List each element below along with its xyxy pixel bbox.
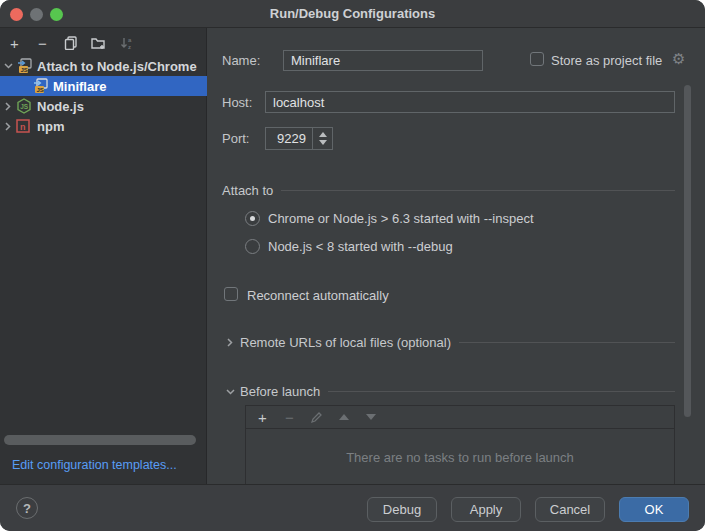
svg-text:JS: JS (20, 103, 29, 110)
port-stepper[interactable] (312, 128, 332, 149)
name-value: Miniflare (291, 53, 340, 68)
attach-node-icon: JS (32, 78, 49, 94)
section-divider (281, 190, 675, 191)
configurations-tree: JS Attach to Node.js/Chrome JS Miniflare… (0, 56, 207, 136)
host-input[interactable]: localhost (265, 91, 675, 113)
radio-selected-icon[interactable] (245, 211, 260, 226)
configurations-sidebar: + − az JS Attach to Node.js/Chrome (0, 28, 207, 484)
tree-item-attach-to-nodejs-chrome[interactable]: JS Attach to Node.js/Chrome (0, 56, 207, 76)
new-folder-icon[interactable] (90, 35, 107, 52)
radio-label: Chrome or Node.js > 6.3 started with --i… (268, 211, 534, 226)
move-up-icon[interactable] (335, 409, 352, 426)
svg-text:z: z (128, 44, 131, 50)
tree-item-label: Attach to Node.js/Chrome (37, 59, 197, 74)
title-bar: Run/Debug Configurations (0, 0, 705, 28)
host-value: localhost (273, 95, 324, 110)
sidebar-toolbar: + − az (6, 30, 135, 56)
run-debug-configurations-dialog: Run/Debug Configurations + − az (0, 0, 705, 531)
copy-configuration-icon[interactable] (62, 35, 79, 52)
dialog-footer: ? Debug Apply Cancel OK (0, 484, 705, 531)
port-label: Port: (222, 131, 249, 146)
tree-item-label: Node.js (37, 99, 84, 114)
add-configuration-icon[interactable]: + (6, 35, 23, 52)
radio-unselected-icon[interactable] (245, 239, 260, 254)
reconnect-automatically-label: Reconnect automatically (247, 288, 389, 303)
radio-node-debug[interactable]: Node.js < 8 started with --debug (245, 239, 453, 254)
chevron-right-icon[interactable] (222, 338, 238, 347)
svg-text:JS: JS (21, 67, 28, 73)
section-divider (328, 391, 675, 392)
move-down-icon[interactable] (362, 409, 379, 426)
before-launch-title: Before launch (240, 384, 320, 399)
increment-icon[interactable] (319, 132, 327, 137)
store-as-project-file-label: Store as project file (551, 53, 662, 68)
npm-icon: n (16, 118, 33, 134)
footer-buttons: Debug Apply Cancel OK (367, 497, 689, 522)
port-value: 9229 (266, 128, 312, 149)
name-label: Name: (222, 53, 260, 68)
vertical-scrollbar[interactable] (684, 85, 691, 417)
tree-item-label: Miniflare (53, 79, 106, 94)
tree-item-label: npm (37, 119, 64, 134)
configuration-form: Name: Miniflare Store as project file ⚙ … (208, 28, 705, 484)
remote-urls-title: Remote URLs of local files (optional) (240, 335, 451, 350)
chevron-down-icon[interactable] (0, 63, 16, 69)
tree-item-nodejs[interactable]: JS Node.js (0, 96, 207, 116)
help-button[interactable]: ? (16, 497, 38, 519)
tree-item-miniflare[interactable]: JS Miniflare (0, 76, 207, 96)
store-as-project-file-checkbox[interactable] (530, 52, 544, 66)
remove-configuration-icon[interactable]: − (34, 35, 51, 52)
decrement-icon[interactable] (319, 140, 327, 145)
attach-to-section-header: Attach to (222, 183, 675, 198)
edit-task-icon[interactable] (308, 409, 325, 426)
add-task-icon[interactable]: + (254, 409, 271, 426)
name-input[interactable]: Miniflare (283, 50, 483, 71)
host-label: Host: (222, 95, 252, 110)
apply-button[interactable]: Apply (451, 497, 521, 522)
chevron-right-icon[interactable] (0, 102, 16, 111)
attach-to-title: Attach to (222, 183, 273, 198)
section-divider (459, 342, 675, 343)
attach-node-icon: JS (16, 58, 33, 74)
before-launch-toolbar: + − (246, 406, 674, 429)
before-launch-panel: + − There are no tasks to run before lau… (245, 405, 675, 485)
ok-button[interactable]: OK (619, 497, 689, 522)
before-launch-empty-text: There are no tasks to run before launch (246, 429, 674, 485)
svg-text:JS: JS (37, 87, 44, 93)
port-input[interactable]: 9229 (265, 127, 333, 150)
nodejs-icon: JS (16, 98, 33, 114)
reconnect-automatically-checkbox[interactable] (224, 287, 238, 301)
sort-alphabetically-icon[interactable]: az (118, 35, 135, 52)
edit-configuration-templates-link[interactable]: Edit configuration templates... (12, 458, 177, 472)
dialog-title: Run/Debug Configurations (0, 6, 705, 21)
chevron-right-icon[interactable] (0, 122, 16, 131)
radio-label: Node.js < 8 started with --debug (268, 239, 453, 254)
radio-chrome-or-node-inspect[interactable]: Chrome or Node.js > 6.3 started with --i… (245, 211, 534, 226)
remove-task-icon[interactable]: − (281, 409, 298, 426)
debug-button[interactable]: Debug (367, 497, 437, 522)
cancel-button[interactable]: Cancel (535, 497, 605, 522)
svg-text:n: n (20, 122, 26, 132)
before-launch-section-header[interactable]: Before launch (222, 384, 675, 399)
tree-item-npm[interactable]: n npm (0, 116, 207, 136)
svg-text:a: a (128, 37, 132, 43)
chevron-down-icon[interactable] (222, 389, 238, 395)
remote-urls-section-header[interactable]: Remote URLs of local files (optional) (222, 335, 675, 350)
horizontal-scrollbar[interactable] (4, 435, 196, 445)
gear-icon[interactable]: ⚙ (672, 52, 685, 66)
